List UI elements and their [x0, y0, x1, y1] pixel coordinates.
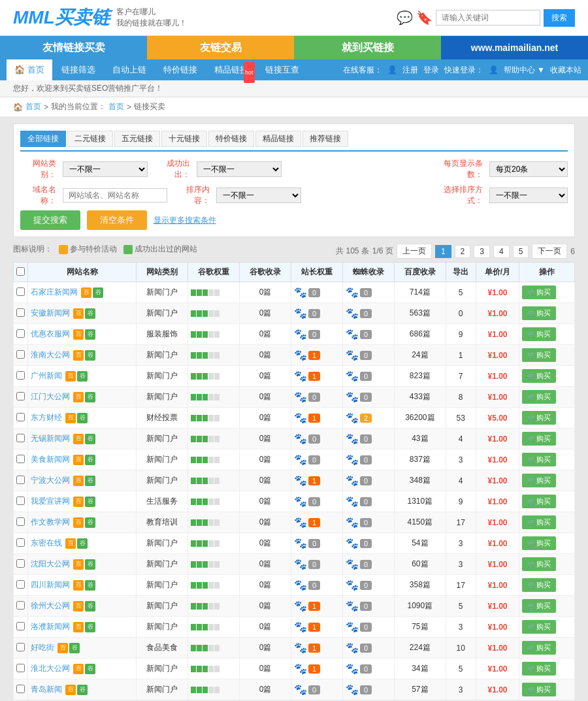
row-checkbox-10[interactable] — [14, 491, 28, 512]
nav-item-home[interactable]: 🏠 首页 — [7, 59, 52, 80]
site-link-9[interactable]: 宁波大公网 — [31, 475, 70, 486]
row-action-10[interactable]: 购买 — [519, 491, 575, 512]
row-checkbox-5[interactable] — [14, 387, 28, 408]
site-link-0[interactable]: 石家庄新闻网 — [31, 287, 78, 298]
filter-tab-10yuan[interactable]: 十元链接 — [161, 131, 207, 147]
search-submit-button[interactable]: 提交搜索 — [20, 210, 80, 230]
row-select-4[interactable] — [16, 371, 25, 380]
filter-tab-premium[interactable]: 精品链接 — [255, 131, 301, 147]
buy-button-8[interactable]: 购买 — [522, 453, 556, 466]
row-action-2[interactable]: 购买 — [519, 324, 575, 345]
row-select-2[interactable] — [16, 329, 25, 338]
nav-item-check[interactable]: 链接互查 — [257, 59, 307, 80]
row-select-13[interactable] — [16, 559, 25, 568]
page-3-top[interactable]: 3 — [474, 245, 490, 258]
row-action-18[interactable]: 购买 — [519, 659, 575, 679]
row-checkbox-12[interactable] — [14, 533, 28, 554]
row-action-19[interactable]: 购买 — [519, 679, 575, 700]
service-icon[interactable]: 👤 — [387, 65, 397, 74]
row-checkbox-16[interactable] — [14, 617, 28, 638]
nav-item-special[interactable]: 特价链接 — [155, 59, 205, 80]
row-checkbox-1[interactable] — [14, 303, 28, 324]
row-action-3[interactable]: 购买 — [519, 345, 575, 366]
row-checkbox-6[interactable] — [14, 408, 28, 429]
row-action-11[interactable]: 购买 — [519, 512, 575, 533]
row-checkbox-0[interactable] — [14, 282, 28, 303]
site-link-18[interactable]: 淮北大公网 — [31, 663, 70, 674]
row-select-8[interactable] — [16, 455, 25, 463]
buy-button-7[interactable]: 购买 — [522, 432, 556, 446]
row-select-12[interactable] — [16, 538, 25, 547]
show-per-page-select[interactable]: 每页20条 每页50条 每页100条 — [489, 161, 568, 177]
website-type-select[interactable]: 一不限一 新闻门户 财经投票 服装服饰 生活服务 教育培训 食品美食 — [63, 161, 148, 177]
banner-item-2[interactable]: 就到买链接 — [294, 36, 441, 59]
row-select-17[interactable] — [16, 643, 25, 651]
register-link[interactable]: 注册 — [402, 65, 418, 76]
buy-button-9[interactable]: 购买 — [522, 474, 556, 487]
row-action-8[interactable]: 购买 — [519, 449, 575, 470]
nav-item-auto[interactable]: 自动上链 — [105, 59, 154, 80]
row-checkbox-4[interactable] — [14, 366, 28, 387]
site-link-3[interactable]: 淮南大公网 — [31, 350, 70, 361]
row-select-14[interactable] — [16, 580, 25, 589]
header-checkbox[interactable] — [14, 263, 28, 282]
buy-button-11[interactable]: 购买 — [522, 515, 556, 529]
buy-button-18[interactable]: 购买 — [522, 662, 556, 676]
success-out-select[interactable]: 一不限一 — [197, 161, 282, 177]
row-select-7[interactable] — [16, 434, 25, 442]
buy-button-0[interactable]: 购买 — [522, 285, 556, 299]
site-link-6[interactable]: 东方财经 — [31, 412, 62, 423]
row-select-16[interactable] — [16, 622, 25, 630]
buy-button-1[interactable]: 购买 — [522, 306, 556, 320]
row-action-7[interactable]: 购买 — [519, 429, 575, 449]
last-page-top[interactable]: 6 — [570, 247, 575, 256]
banner-item-3[interactable]: www.maimailian.net — [441, 36, 588, 59]
site-link-19[interactable]: 青岛新闻 — [31, 684, 62, 695]
banner-item-0[interactable]: 友情链接买卖 — [0, 36, 147, 59]
page-5-top[interactable]: 5 — [513, 245, 529, 258]
sort-method-select[interactable]: 一不限一 — [489, 187, 568, 203]
row-select-19[interactable] — [16, 685, 25, 693]
prev-page-top[interactable]: 上一页 — [397, 244, 432, 259]
buy-button-2[interactable]: 购买 — [522, 327, 556, 341]
buy-button-17[interactable]: 购买 — [522, 641, 556, 655]
sort-select[interactable]: 一不限一 — [216, 187, 301, 203]
row-checkbox-7[interactable] — [14, 429, 28, 449]
search-button[interactable]: 搜索 — [544, 9, 575, 27]
row-select-9[interactable] — [16, 476, 25, 484]
page-4-top[interactable]: 4 — [493, 245, 510, 258]
row-checkbox-8[interactable] — [14, 449, 28, 470]
row-action-16[interactable]: 购买 — [519, 617, 575, 638]
filter-tab-5yuan[interactable]: 五元链接 — [114, 131, 160, 147]
row-action-4[interactable]: 购买 — [519, 366, 575, 387]
filter-tab-2yuan[interactable]: 二元链接 — [67, 131, 113, 147]
row-action-9[interactable]: 购买 — [519, 470, 575, 491]
site-link-4[interactable]: 广州新闻 — [31, 370, 62, 382]
user-avatar-icon[interactable]: 👤 — [489, 65, 498, 74]
buy-button-3[interactable]: 购买 — [522, 348, 556, 362]
buy-button-12[interactable]: 购买 — [522, 536, 556, 550]
buy-button-15[interactable]: 购买 — [522, 599, 556, 613]
row-checkbox-9[interactable] — [14, 470, 28, 491]
site-link-2[interactable]: 优惠衣服网 — [31, 329, 70, 340]
login-link[interactable]: 登录 — [423, 65, 439, 76]
row-checkbox-2[interactable] — [14, 324, 28, 345]
more-conditions-link[interactable]: 显示更多搜索条件 — [154, 215, 216, 226]
bookmark-icon[interactable]: 🔖 — [416, 10, 433, 25]
row-checkbox-3[interactable] — [14, 345, 28, 366]
site-link-7[interactable]: 无锡新闻网 — [31, 433, 70, 444]
buy-button-6[interactable]: 购买 — [522, 411, 556, 425]
row-action-13[interactable]: 购买 — [519, 554, 575, 575]
row-select-5[interactable] — [16, 392, 25, 400]
help-link[interactable]: 帮助中心 ▼ — [504, 65, 545, 76]
row-checkbox-14[interactable] — [14, 575, 28, 596]
filter-tab-recommend[interactable]: 推荐链接 — [302, 131, 348, 147]
buy-button-10[interactable]: 购买 — [522, 495, 556, 508]
row-checkbox-13[interactable] — [14, 554, 28, 575]
row-action-14[interactable]: 购买 — [519, 575, 575, 596]
site-link-15[interactable]: 徐州大公网 — [31, 600, 70, 611]
row-action-0[interactable]: 购买 — [519, 282, 575, 303]
breadcrumb-parent[interactable]: 首页 — [108, 101, 124, 112]
breadcrumb-home[interactable]: 首页 — [25, 101, 41, 112]
site-link-12[interactable]: 东密在线 — [31, 538, 62, 549]
